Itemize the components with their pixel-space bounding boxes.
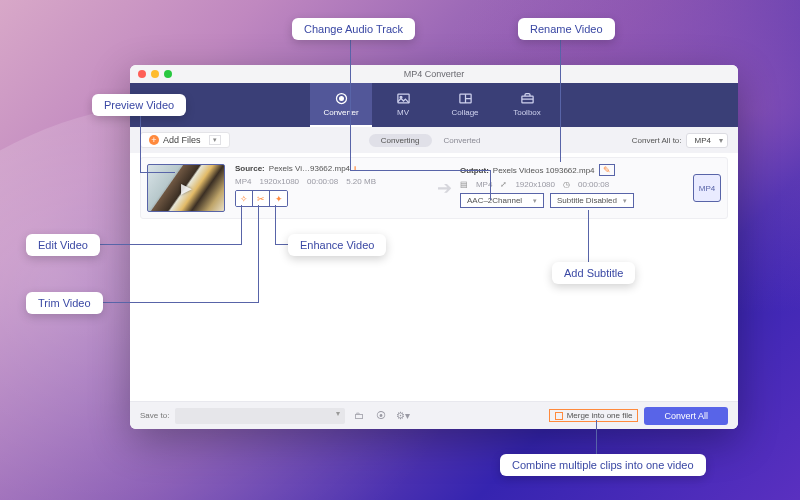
svg-point-1 bbox=[339, 97, 343, 101]
merge-into-one-toggle[interactable]: Merge into one file bbox=[549, 409, 639, 422]
save-path-select[interactable] bbox=[175, 408, 345, 424]
content-area: Source: Pexels Vi…93662.mp4 i MP4 1920x1… bbox=[130, 153, 738, 401]
add-files-label: Add Files bbox=[163, 135, 201, 145]
nav-collage[interactable]: Collage bbox=[434, 83, 496, 127]
expand-icon: ⤢ bbox=[500, 180, 507, 189]
source-filename: Pexels Vi…93662.mp4 bbox=[269, 164, 350, 173]
toolbar: + Add Files ▾ Converting Converted Conve… bbox=[130, 127, 738, 153]
titlebar: MP4 Converter bbox=[130, 65, 738, 83]
nav-mv[interactable]: MV bbox=[372, 83, 434, 127]
audio-track-select[interactable]: AAC–2Channel ▾ bbox=[460, 193, 544, 208]
chevron-down-icon: ▾ bbox=[623, 197, 627, 205]
nav-label: Converter bbox=[323, 108, 358, 117]
nav-toolbox[interactable]: Toolbox bbox=[496, 83, 558, 127]
enhance-video-button[interactable]: ✦ bbox=[270, 191, 287, 206]
chevron-down-icon: ▾ bbox=[533, 197, 537, 205]
convert-all-button[interactable]: Convert All bbox=[644, 407, 728, 425]
file-icon: ▤ bbox=[460, 180, 468, 189]
bottom-bar: Save to: 🗀 ⦿ ⚙▾ Merge into one file Conv… bbox=[130, 401, 738, 429]
file-source-panel: Source: Pexels Vi…93662.mp4 i MP4 1920x1… bbox=[235, 164, 429, 212]
tab-converted[interactable]: Converted bbox=[432, 134, 493, 147]
subtitle-select[interactable]: Subtitle Disabled ▾ bbox=[550, 193, 634, 208]
image-icon bbox=[396, 91, 411, 106]
nav-converter[interactable]: Converter bbox=[310, 83, 372, 127]
add-files-button[interactable]: + Add Files ▾ bbox=[140, 132, 230, 148]
output-profile-button[interactable]: MP4 bbox=[693, 174, 721, 202]
callout-preview: Preview Video bbox=[92, 94, 186, 116]
profile-format-label: MP4 bbox=[699, 184, 715, 193]
callout-trim: Trim Video bbox=[26, 292, 103, 314]
source-format: MP4 bbox=[235, 177, 251, 186]
callout-enhance: Enhance Video bbox=[288, 234, 386, 256]
output-duration: 00:00:08 bbox=[578, 180, 609, 189]
merge-label: Merge into one file bbox=[567, 411, 633, 420]
plus-icon: + bbox=[149, 135, 159, 145]
edit-toolbar: ✧ ✂ ✦ bbox=[235, 190, 288, 207]
output-filename: Pexels Videos 1093662.mp4 bbox=[493, 166, 595, 175]
checkbox-icon bbox=[555, 412, 563, 420]
trim-video-button[interactable]: ✂ bbox=[253, 191, 270, 206]
app-window: MP4 Converter Converter MV Collage Toolb… bbox=[130, 65, 738, 429]
arrow-icon: ➔ bbox=[437, 177, 452, 199]
output-resolution: 1920x1080 bbox=[515, 180, 555, 189]
info-icon[interactable]: i bbox=[354, 164, 356, 173]
callout-change-audio: Change Audio Track bbox=[292, 18, 415, 40]
callout-rename: Rename Video bbox=[518, 18, 615, 40]
subtitle-value: Subtitle Disabled bbox=[557, 196, 617, 205]
chevron-down-icon[interactable]: ▾ bbox=[209, 135, 221, 145]
settings-button[interactable]: ⚙▾ bbox=[395, 408, 411, 424]
nav-bar: Converter MV Collage Toolbox bbox=[130, 83, 738, 127]
file-output-panel: Output: Pexels Videos 1093662.mp4 ✎ ▤ MP… bbox=[460, 164, 683, 212]
convert-all-to-label: Convert All to: bbox=[632, 136, 682, 145]
collage-icon bbox=[458, 91, 473, 106]
clock-icon: ◷ bbox=[563, 180, 570, 189]
snapshot-button[interactable]: ⦿ bbox=[373, 408, 389, 424]
callout-edit: Edit Video bbox=[26, 234, 100, 256]
audio-track-value: AAC–2Channel bbox=[467, 196, 522, 205]
output-format-select[interactable]: MP4 bbox=[686, 133, 728, 148]
nav-label: Collage bbox=[451, 108, 478, 117]
save-to-label: Save to: bbox=[140, 411, 169, 420]
source-resolution: 1920x1080 bbox=[259, 177, 299, 186]
file-item: Source: Pexels Vi…93662.mp4 i MP4 1920x1… bbox=[140, 157, 728, 219]
open-folder-button[interactable]: 🗀 bbox=[351, 408, 367, 424]
window-title: MP4 Converter bbox=[130, 69, 738, 79]
nav-label: Toolbox bbox=[513, 108, 541, 117]
rename-button[interactable]: ✎ bbox=[599, 164, 615, 176]
source-label: Source: bbox=[235, 164, 265, 173]
tab-converting[interactable]: Converting bbox=[369, 134, 432, 147]
callout-combine: Combine multiple clips into one video bbox=[500, 454, 706, 476]
source-duration: 00:00:08 bbox=[307, 177, 338, 186]
callout-add-subtitle: Add Subtitle bbox=[552, 262, 635, 284]
target-icon bbox=[334, 91, 349, 106]
edit-video-button[interactable]: ✧ bbox=[236, 191, 253, 206]
toolbox-icon bbox=[520, 91, 535, 106]
nav-label: MV bbox=[397, 108, 409, 117]
source-size: 5.20 MB bbox=[346, 177, 376, 186]
